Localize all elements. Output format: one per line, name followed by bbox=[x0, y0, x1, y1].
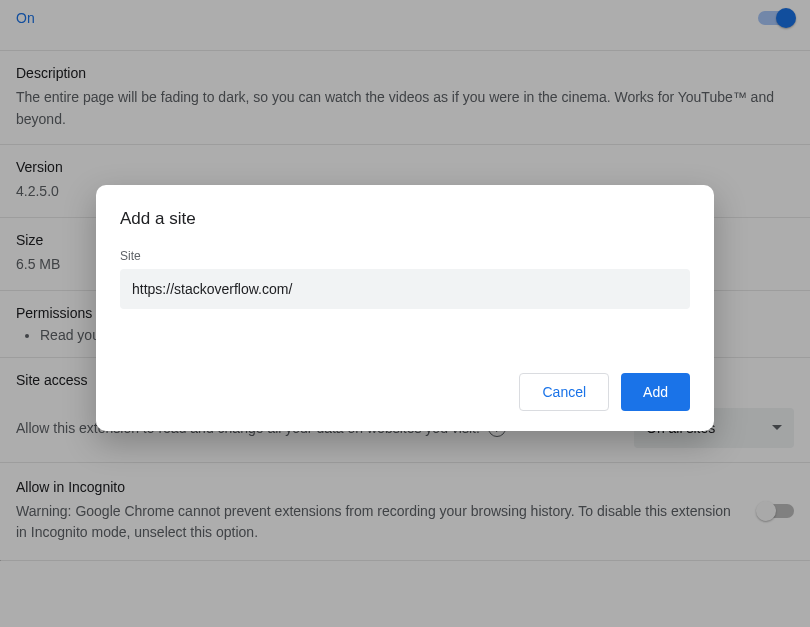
dialog-title: Add a site bbox=[120, 209, 690, 229]
add-site-dialog: Add a site Site Cancel Add bbox=[96, 185, 714, 431]
cancel-button[interactable]: Cancel bbox=[519, 373, 609, 411]
dialog-actions: Cancel Add bbox=[120, 373, 690, 411]
site-url-input[interactable] bbox=[120, 269, 690, 309]
site-field-label: Site bbox=[120, 249, 690, 263]
modal-scrim[interactable]: Add a site Site Cancel Add bbox=[0, 0, 810, 627]
add-button[interactable]: Add bbox=[621, 373, 690, 411]
